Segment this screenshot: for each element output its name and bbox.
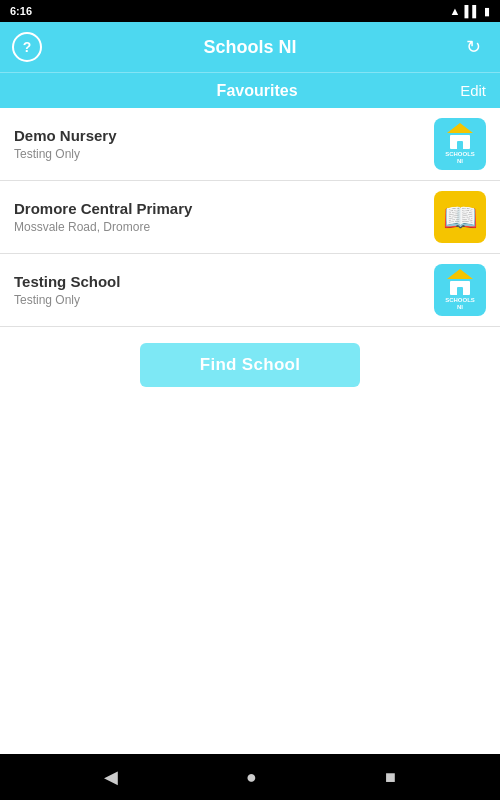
list-item-text: Dromore Central Primary Mossvale Road, D…: [14, 200, 434, 234]
battery-icon: ▮: [484, 5, 490, 18]
school-name: Demo Nursery: [14, 127, 434, 144]
school-icon: SCHOOLSNI: [434, 264, 486, 316]
list-item[interactable]: Demo Nursery Testing Only SCHOOLSNI: [0, 108, 500, 181]
recent-button[interactable]: ■: [369, 761, 412, 794]
list-item[interactable]: Dromore Central Primary Mossvale Road, D…: [0, 181, 500, 254]
status-time: 6:16: [10, 5, 32, 17]
list-item[interactable]: Testing School Testing Only SCHOOLSNI: [0, 254, 500, 327]
back-button[interactable]: ◀: [88, 760, 134, 794]
status-bar: 6:16 ▲ ▌▌ ▮: [0, 0, 500, 22]
bottom-nav-bar: ◀ ● ■: [0, 754, 500, 800]
info-button[interactable]: ?: [12, 32, 42, 62]
wifi-icon: ▲: [450, 5, 461, 17]
school-icon: SCHOOLSNI: [434, 118, 486, 170]
list-item-text: Testing School Testing Only: [14, 273, 434, 307]
list-item-text: Demo Nursery Testing Only: [14, 127, 434, 161]
section-title: Favourites: [54, 82, 460, 100]
top-bar: ? Schools NI ↻: [0, 22, 500, 72]
refresh-button[interactable]: ↻: [458, 32, 488, 62]
school-name: Testing School: [14, 273, 434, 290]
section-header: Favourites Edit: [0, 72, 500, 108]
edit-button[interactable]: Edit: [460, 82, 486, 99]
school-icon: 📖: [434, 191, 486, 243]
school-name: Dromore Central Primary: [14, 200, 434, 217]
school-subtitle: Mossvale Road, Dromore: [14, 220, 434, 234]
school-subtitle: Testing Only: [14, 293, 434, 307]
book-icon: 📖: [443, 201, 478, 234]
home-button[interactable]: ●: [230, 761, 273, 794]
favourites-list: Demo Nursery Testing Only SCHOOLSNI: [0, 108, 500, 754]
find-school-button[interactable]: Find School: [140, 343, 360, 387]
find-school-container: Find School: [0, 327, 500, 403]
app-title: Schools NI: [42, 37, 458, 58]
signal-icon: ▌▌: [464, 5, 480, 17]
status-icons: ▲ ▌▌ ▮: [450, 5, 490, 18]
school-subtitle: Testing Only: [14, 147, 434, 161]
app-container: ? Schools NI ↻ Favourites Edit Demo Nurs…: [0, 22, 500, 754]
